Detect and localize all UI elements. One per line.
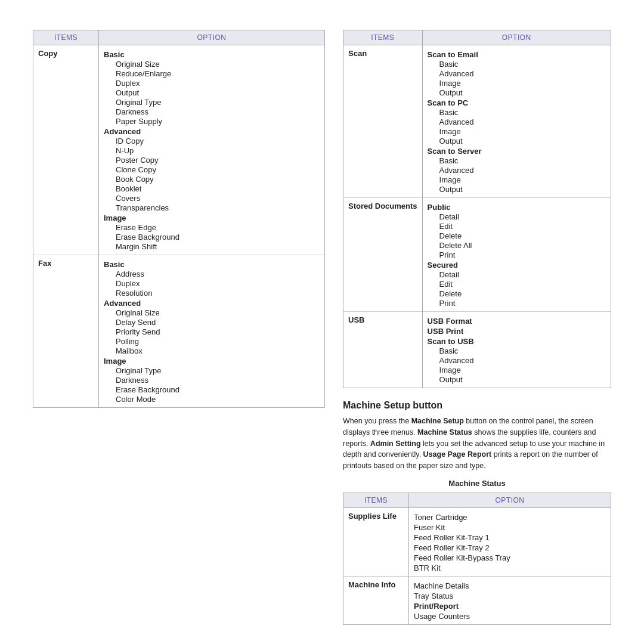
right-menu-table-top: ITEMS OPTION ScanScan to EmailBasicAdvan…: [343, 30, 611, 388]
machine-status-table: ITEMS OPTION Supplies LifeToner Cartridg…: [343, 493, 611, 625]
right-column: ITEMS OPTION ScanScan to EmailBasicAdvan…: [343, 30, 611, 637]
page-footer: Machine status and advanced feature_ 91: [33, 637, 611, 644]
left-menu-table: ITEMS OPTION CopyBasicOriginal SizeReduc…: [33, 30, 325, 408]
left-col-items-header: ITEMS: [33, 30, 99, 45]
sub-item: Darkness: [104, 376, 320, 385]
plain-item: Feed Roller Kit-Tray 2: [414, 543, 606, 552]
plain-item: Tray Status: [414, 592, 606, 600]
item-cell: USB: [343, 312, 423, 388]
sub-item: Basic: [428, 346, 606, 355]
table-row: FaxBasicAddressDuplexResolutionAdvancedO…: [33, 255, 325, 408]
sub-item: Clone Copy: [104, 165, 320, 174]
bold-label: Scan to USB: [428, 337, 606, 346]
sub-item: Output: [104, 88, 320, 97]
section-label: Basic: [104, 260, 320, 269]
sub-item: Covers: [104, 194, 320, 203]
table-row: USBUSB FormatUSB PrintScan to USBBasicAd…: [343, 312, 611, 388]
sub-item: Image: [428, 79, 606, 88]
sub-item: Basic: [428, 60, 606, 69]
option-cell: Machine DetailsTray StatusPrint/ReportUs…: [409, 576, 611, 624]
sub-item: Book Copy: [104, 175, 320, 184]
sub-item: Image: [428, 366, 606, 374]
table-row: CopyBasicOriginal SizeReduce/EnlargeDupl…: [33, 45, 325, 255]
left-column: ITEMS OPTION CopyBasicOriginal SizeReduc…: [33, 30, 325, 637]
plain-item: Usage Counters: [414, 612, 606, 621]
right-top-col-items-header: ITEMS: [343, 30, 423, 45]
sub-item: Poster Copy: [104, 156, 320, 165]
sub-item: Print: [428, 250, 606, 259]
sub-item: Advanced: [428, 166, 606, 175]
sub-item: Detail: [428, 270, 606, 279]
sub-item: Address: [104, 270, 320, 278]
right-top-col-option-header: OPTION: [422, 30, 611, 45]
sub-item: Darkness: [104, 107, 320, 116]
bold-desc-text: Machine Status: [417, 428, 472, 436]
sub-item: Duplex: [104, 79, 320, 88]
sub-item: Detail: [428, 212, 606, 221]
machine-setup-section: Machine Setup button When you press the …: [343, 400, 611, 625]
sub-item: Delete: [428, 231, 606, 240]
sub-item: Basic: [428, 108, 606, 117]
sub-item: Image: [428, 127, 606, 136]
bold-desc-text: Machine Setup: [411, 417, 464, 425]
sub-item: Delete: [428, 289, 606, 298]
sub-item: Advanced: [428, 69, 606, 78]
sub-item: Original Size: [104, 308, 320, 317]
table-row: Supplies LifeToner CartridgeFuser KitFee…: [343, 507, 611, 576]
plain-item: Feed Roller Kit-Tray 1: [414, 533, 606, 542]
sub-item: N-Up: [104, 146, 320, 155]
sub-item: Margin Shift: [104, 242, 320, 251]
option-cell: BasicOriginal SizeReduce/EnlargeDuplexOu…: [99, 45, 325, 255]
item-cell: Scan: [343, 45, 423, 198]
item-cell: Machine Info: [343, 576, 409, 624]
ms-col-option-header: OPTION: [409, 493, 611, 507]
sub-item: Transparencies: [104, 203, 320, 212]
machine-setup-title: Machine Setup button: [343, 400, 611, 411]
sub-item: Mailbox: [104, 346, 320, 355]
option-cell: Scan to EmailBasicAdvancedImageOutputSca…: [422, 45, 611, 198]
sub-item: Print: [428, 299, 606, 308]
sub-item: Edit: [428, 222, 606, 231]
sub-item: Delete All: [428, 241, 606, 250]
bold-label: Print/Report: [414, 602, 606, 611]
sub-item: Delay Send: [104, 318, 320, 327]
plain-item: Toner Cartridge: [414, 513, 606, 522]
item-cell: Supplies Life: [343, 507, 409, 576]
sub-item: Output: [428, 137, 606, 145]
item-cell: Copy: [33, 45, 99, 255]
option-cell: BasicAddressDuplexResolutionAdvancedOrig…: [99, 255, 325, 408]
sub-item: Edit: [428, 280, 606, 289]
sub-item: Paper Supply: [104, 117, 320, 126]
section-label: Basic: [104, 50, 320, 59]
sub-item: Erase Edge: [104, 223, 320, 232]
sub-item: Erase Background: [104, 385, 320, 394]
option-cell: USB FormatUSB PrintScan to USBBasicAdvan…: [422, 312, 611, 388]
sub-item: Output: [428, 375, 606, 384]
sub-item: Advanced: [428, 356, 606, 365]
bold-desc-text: Usage Page Report: [423, 450, 492, 459]
content-area: ITEMS OPTION CopyBasicOriginal SizeReduc…: [33, 30, 611, 637]
machine-status-subtitle: Machine Status: [343, 479, 611, 488]
item-cell: Fax: [33, 255, 99, 408]
plain-item: Machine Details: [414, 581, 606, 590]
section-label: Image: [104, 357, 320, 366]
sub-item: Basic: [428, 156, 606, 165]
sub-item: Original Size: [104, 60, 320, 69]
bold-label: USB Print: [428, 327, 606, 336]
bold-label: USB Format: [428, 317, 606, 326]
section-label: Advanced: [104, 127, 320, 136]
plain-item: Feed Roller Kit-Bypass Tray: [414, 553, 606, 562]
section-label: Image: [104, 213, 320, 222]
plain-item: BTR Kit: [414, 564, 606, 572]
sub-item: Reduce/Enlarge: [104, 69, 320, 78]
left-col-option-header: OPTION: [99, 30, 325, 45]
sub-item: ID Copy: [104, 137, 320, 145]
sub-item: Image: [428, 175, 606, 184]
option-cell: PublicDetailEditDeleteDelete AllPrintSec…: [422, 198, 611, 312]
sub-item: Advanced: [428, 117, 606, 126]
sub-item: Original Type: [104, 98, 320, 107]
sub-item: Polling: [104, 337, 320, 346]
plain-item: Fuser Kit: [414, 523, 606, 532]
sub-item: Color Mode: [104, 395, 320, 404]
section-label: Advanced: [104, 299, 320, 308]
